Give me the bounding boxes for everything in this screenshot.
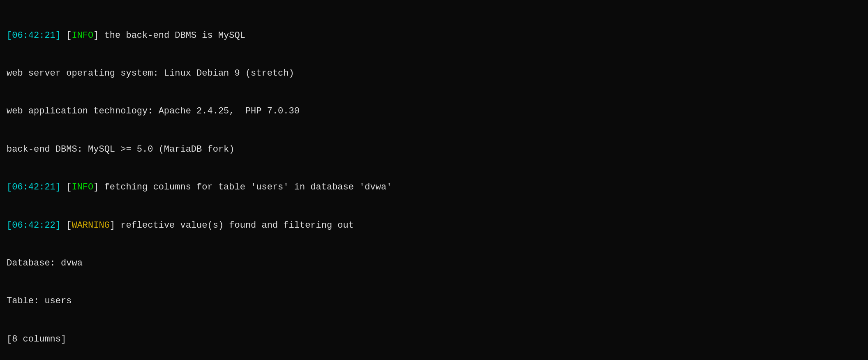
timestamp-2: [06:42:21] bbox=[7, 182, 61, 192]
log-line-3: web application technology: Apache 2.4.2… bbox=[7, 105, 861, 118]
table-label: Table: users bbox=[7, 296, 72, 306]
database-label: Database: dvwa bbox=[7, 258, 83, 268]
web-app-tech: web application technology: Apache 2.4.2… bbox=[7, 106, 300, 116]
level-info-2: INFO bbox=[72, 182, 93, 192]
timestamp-3: [06:42:22] bbox=[7, 220, 61, 231]
log-line-6: [06:42:22] [WARNING] reflective value(s)… bbox=[7, 219, 861, 232]
log-line-9: [8 columns] bbox=[7, 333, 861, 346]
log-line-5: [06:42:21] [INFO] fetching columns for t… bbox=[7, 181, 861, 194]
level-warning: WARNING bbox=[72, 220, 109, 231]
level-info-1: INFO bbox=[72, 30, 93, 41]
log-line-7: Database: dvwa bbox=[7, 257, 861, 270]
web-server-os: web server operating system: Linux Debia… bbox=[7, 68, 294, 78]
log-line-1: [06:42:21] [INFO] the back-end DBMS is M… bbox=[7, 30, 861, 42]
terminal-output: [06:42:21] [INFO] the back-end DBMS is M… bbox=[7, 4, 861, 360]
backend-dbms: back-end DBMS: MySQL >= 5.0 (MariaDB for… bbox=[7, 144, 235, 155]
timestamp-1: [06:42:21] bbox=[7, 30, 61, 41]
log-line-8: Table: users bbox=[7, 295, 861, 308]
columns-count: [8 columns] bbox=[7, 334, 66, 344]
log-line-2: web server operating system: Linux Debia… bbox=[7, 67, 861, 80]
log-line-4: back-end DBMS: MySQL >= 5.0 (MariaDB for… bbox=[7, 143, 861, 156]
